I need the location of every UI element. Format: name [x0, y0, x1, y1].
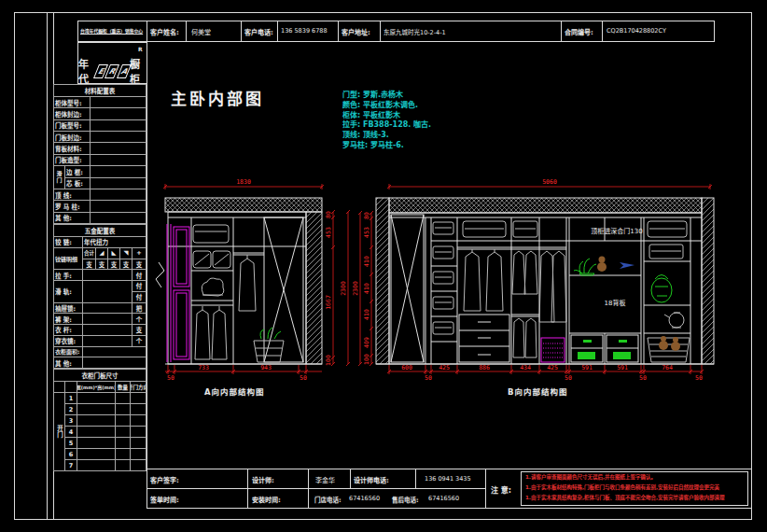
row-number: 5 — [65, 438, 77, 448]
row-label: 边 框: — [65, 166, 90, 176]
row-number: 3 — [65, 415, 77, 426]
customer-address-label: 客户地址: — [342, 27, 370, 36]
hardware-table-title: 五金配置表 — [54, 225, 146, 236]
customer-name-label: 客户姓名: — [150, 27, 179, 36]
value-cell — [91, 166, 146, 176]
designer-name: 李金华 — [315, 475, 335, 484]
registered-mark: R — [138, 46, 143, 52]
value-cell — [131, 404, 146, 414]
unit-cell: 个 — [132, 314, 146, 324]
value-cell — [131, 393, 146, 403]
row-label: 芯 板: — [65, 178, 90, 189]
spec-list: 门型: 罗斯.赤杨木 颜色: 平板红影木调色. 柜体: 平板红影木 拉手: FB… — [342, 91, 431, 151]
row-label: 拉 手: — [54, 270, 82, 280]
notice-list: 1.请客户审查图面颜色尺寸无误后,并在图纸上签字确认。 1.由于实木板材结构特殊… — [525, 472, 725, 503]
door-table-title: 衣柜门板尺寸 — [54, 370, 146, 381]
value-cell — [131, 438, 146, 448]
store-phone-value: 67416560 — [349, 495, 380, 502]
material-config-table: 材料配置表 柜体型号: 柜体封边: 门板型号: 门板封边: 背板材料: 门板造型… — [53, 84, 146, 224]
drawing-b-caption: B向内部结构图 — [508, 385, 567, 397]
value-cell — [131, 449, 146, 459]
hinge-type-full-icon: ◥ — [120, 248, 132, 259]
value-cell — [116, 460, 130, 470]
company-name: 台湾年代橱柜（重庆）销售中心 — [80, 27, 143, 34]
row-label: 抽屉锁: — [54, 303, 82, 314]
row-label: 顶 线: — [54, 189, 90, 200]
spec-cabinet: 柜体: 平板红影木 — [342, 111, 431, 121]
row-label: 滑 轨: — [54, 281, 82, 302]
value-cell — [91, 178, 146, 189]
value-cell — [77, 449, 115, 459]
header-divider — [380, 21, 381, 42]
row-label: 罗 马 柱: — [54, 201, 90, 211]
row-label: 门板造型: — [54, 155, 90, 165]
unit-cell: 支 — [120, 259, 132, 270]
customer-sign-label: 客户签字: — [150, 475, 179, 484]
value-cell — [77, 404, 115, 414]
column-header-qty: 数量 — [116, 382, 130, 392]
header-divider — [602, 21, 603, 42]
order-time-label: 签单时间: — [150, 495, 179, 504]
value-cell — [83, 270, 132, 280]
service-phone-value: 67416560 — [428, 495, 459, 502]
unit-cell: 支 — [83, 259, 95, 270]
row-label: 衣 杆: — [54, 325, 82, 335]
empty-cell — [54, 382, 64, 392]
unit-cell: 付 — [132, 292, 146, 302]
brand-right-text: 橱柜 — [130, 56, 146, 86]
unit-cell: 把 — [132, 303, 146, 314]
row-label: 门板型号: — [54, 120, 90, 131]
value-cell — [116, 393, 130, 403]
value-cell — [116, 404, 130, 414]
row-label: 其 他: — [54, 213, 90, 223]
designer-phone-label: 设计师电话: — [354, 475, 389, 484]
value-cell — [83, 314, 132, 324]
value-cell — [91, 120, 146, 131]
value-cell — [83, 347, 146, 357]
contract-number-label: 合同编号: — [565, 27, 593, 36]
store-phone-label: 门店电话: — [314, 495, 342, 504]
value-cell — [116, 427, 130, 437]
footer-mid-line — [146, 488, 485, 489]
designer-phone-value: 136 0941 3435 — [425, 475, 471, 483]
value-cell — [83, 303, 132, 314]
install-time-label: 安装时间: — [252, 495, 281, 504]
value-cell — [91, 155, 146, 165]
customer-phone-value: 136 5839 6788 — [281, 27, 328, 35]
material-table-title: 材料配置表 — [54, 85, 146, 96]
value-cell — [116, 449, 130, 459]
value-cell — [83, 336, 132, 346]
column-header-direction: 开门方向 — [131, 382, 146, 392]
contract-number-value: CQ2B170428802CY — [607, 27, 666, 35]
page-title: 主卧内部图 — [171, 86, 264, 109]
customer-address-value: 东原九城时光10-2-4-1 — [384, 27, 446, 36]
header-divider — [146, 21, 147, 42]
spec-door-type: 门型: 罗斯.赤杨木 — [342, 91, 431, 101]
value-cell — [91, 189, 146, 200]
row-label: 衣柜面积: — [54, 347, 82, 357]
row-label: 穿衣镜: — [54, 336, 82, 346]
value-cell — [83, 281, 132, 302]
footer-divider — [247, 469, 248, 509]
footer-divider — [485, 469, 486, 509]
footer-divider — [350, 469, 351, 488]
header-divider — [277, 21, 278, 42]
hinge-type-straight-icon: ◢ — [96, 248, 107, 259]
unit-cell: 付 — [132, 281, 146, 291]
value-cell — [116, 415, 130, 426]
door-open-side-label: 开门 — [54, 393, 64, 470]
notice-line: 1.由于实木板材结构特殊,门板柜门与收口条颜色稍有差别,安装好后自然纹理会更完美 — [525, 483, 725, 493]
row-number: 7 — [65, 460, 77, 470]
row-number: 2 — [65, 404, 77, 414]
spec-handle: 拉手: FB388-128. 咖古. — [342, 120, 431, 131]
value-cell — [91, 213, 146, 223]
value-cell — [83, 357, 146, 368]
sheet-margin-line — [47, 12, 48, 520]
unit-cell: 支 — [96, 259, 107, 270]
hinge-label: 铰 链: — [54, 237, 82, 247]
header-divider — [186, 21, 187, 42]
value-cell — [91, 201, 146, 211]
header-divider — [338, 21, 339, 42]
row-label: 背板材料: — [54, 143, 90, 153]
value-cell — [91, 132, 146, 142]
